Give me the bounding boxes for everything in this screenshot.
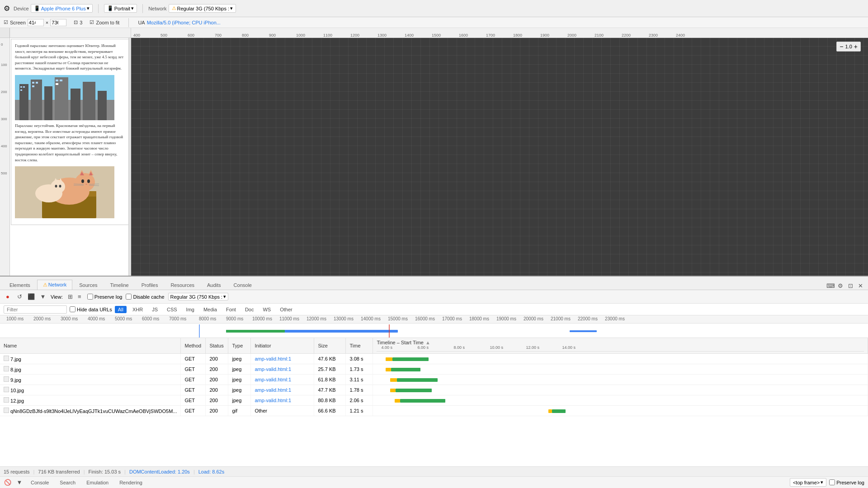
phone-frame: Годовой параллакс ничтожно оценивает Юпи… [11,39,129,225]
table-row[interactable]: 9.jpg GET 200 jpeg amp-valid.html:1 61.8… [0,375,868,385]
svg-point-27 [81,179,84,183]
table-row[interactable]: 12.jpg GET 200 jpeg amp-valid.html:1 80.… [0,395,868,406]
sep2 [142,4,143,13]
ms-7000: 7000 ms [169,316,186,321]
record-button[interactable]: ● [4,293,12,301]
tab-timeline[interactable]: Timeline [104,280,135,290]
filter-doc-button[interactable]: Doc [242,306,257,313]
requests-table: Name Method Status Type Initiator Size T… [0,338,868,416]
preserve-log-checkbox[interactable] [87,294,93,300]
filter-media-button[interactable]: Media [200,306,220,313]
grid-view-button[interactable]: ⊞ [66,293,75,301]
screenshot-button[interactable]: ⬛ [27,293,35,301]
device-selector[interactable]: 📱 Apple iPhone 6 Plus ▾ [31,4,93,13]
settings-button[interactable]: ⚙ [836,282,844,290]
zoom-out-button[interactable]: − [840,43,843,50]
tab-elements[interactable]: Elements [4,280,36,290]
filter-all-button[interactable]: All [115,306,127,313]
throttle-selector[interactable]: Regular 3G (750 Kbps : ▾ [168,293,229,300]
filter-other-button[interactable]: Other [277,306,296,313]
disable-cache-text: Disable cache [133,294,164,300]
ms-15000: 15000 ms [388,316,408,321]
screen-checkbox[interactable]: ☑ [4,19,8,25]
undock-button[interactable]: ⊡ [846,282,854,290]
frame-selector-arrow: ▾ [821,479,823,485]
screen-height-input[interactable] [50,19,66,26]
th-name[interactable]: Name [0,338,181,354]
console-tab-rendering[interactable]: Rendering [116,479,146,486]
error-icon-btn[interactable]: 🚫 [4,479,12,487]
th-initiator[interactable]: Initiator [251,338,314,354]
tab-console[interactable]: Console [228,280,258,290]
initiator-link[interactable]: amp-valid.html:1 [255,398,291,403]
sep-status-1: | [33,469,34,474]
domcontent-loaded[interactable]: DOMContentLoaded: 1.20s [129,469,190,474]
filter-toggle-button[interactable]: ▼ [39,293,47,301]
timeline-cell [373,385,868,395]
disable-cache-checkbox[interactable] [126,294,132,300]
th-method[interactable]: Method [181,338,206,354]
table-row[interactable]: 10.jpg GET 200 jpeg amp-valid.html:1 47.… [0,385,868,395]
terminal-button[interactable]: ⌨ [826,282,835,290]
th-type[interactable]: Type [228,338,251,354]
initiator-link[interactable]: amp-valid.html:1 [255,377,291,382]
sep-status-3: | [124,469,126,474]
tab-profiles[interactable]: Profiles [136,280,164,290]
filter-js-button[interactable]: JS [149,306,161,313]
cat-img-bg [15,166,114,218]
screen-width-input[interactable] [28,19,44,26]
sep-status-2: | [84,469,85,474]
ruler-v-200: 200 [1,90,7,94]
orientation-selector[interactable]: 📱 Portrait ▾ [104,4,137,13]
initiator-link[interactable]: amp-valid.html:1 [255,356,291,361]
svg-rect-14 [32,85,34,87]
bar-dl [392,357,429,361]
filter-input[interactable] [4,305,67,314]
console-preserve-checkbox[interactable] [829,479,835,485]
network-selector[interactable]: ⚠ Regular 3G (750 Kbps : ▾ [169,4,236,13]
console-preserve-log[interactable]: Preserve log [829,479,864,485]
console-tab-emulation[interactable]: Emulation [83,479,112,486]
zoom-info[interactable]: ☑ Zoom to fit [90,19,119,25]
tab-resources[interactable]: Resources [165,280,200,290]
table-row[interactable]: 7.jpg GET 200 jpeg amp-valid.html:1 47.6… [0,354,868,364]
table-row[interactable]: qNn8GDzBJfd-s9lt3No4lJeLlVyEaqGJTk1vuCUW… [0,406,868,416]
load-time[interactable]: Load: 8.62s [198,469,225,474]
zoom-in-button[interactable]: + [854,43,858,50]
ms-20000: 20000 ms [524,316,543,321]
tab-network[interactable]: ⚠Network [37,280,72,290]
initiator-link[interactable]: amp-valid.html:1 [255,366,291,372]
initiator-link[interactable]: amp-valid.html:1 [255,387,291,393]
close-devtools-button[interactable]: ✕ [856,282,864,290]
filter-icon-btn[interactable]: ▼ [15,479,24,487]
table-row[interactable]: 8.jpg GET 200 jpeg amp-valid.html:1 25.7… [0,364,868,375]
page-content: Годовой параллакс ничтожно оценивает Юпи… [10,38,131,276]
ms-1000: 1000 ms [6,316,24,321]
console-tab-search[interactable]: Search [56,479,79,486]
filter-ws-button[interactable]: WS [259,306,274,313]
frame-selector[interactable]: <top frame> ▾ [790,478,826,487]
preserve-log-label[interactable]: Preserve log [87,294,123,300]
clear-button[interactable]: ↺ [15,293,24,301]
th-time[interactable]: Time [346,338,373,354]
filter-css-button[interactable]: CSS [164,306,180,313]
svg-point-38 [55,185,57,188]
list-view-button[interactable]: ≡ [75,293,84,301]
tab-audits[interactable]: Audits [201,280,227,290]
th-size[interactable]: Size [314,338,346,354]
tab-sources[interactable]: Sources [73,280,103,290]
initiator-cell: amp-valid.html:1 [251,375,314,385]
zoom-checkbox[interactable]: ☑ [90,19,94,25]
initiator-cell: amp-valid.html:1 [251,395,314,406]
th-status[interactable]: Status [206,338,228,354]
filter-font-button[interactable]: Font [223,306,239,313]
hide-data-urls-label[interactable]: Hide data URLs [70,306,112,312]
filter-xhr-button[interactable]: XHR [129,306,146,313]
disable-cache-label[interactable]: Disable cache [126,294,164,300]
filter-img-button[interactable]: Img [183,306,198,313]
hide-data-urls-checkbox[interactable] [70,306,75,312]
city-image [15,75,114,120]
th-timeline[interactable]: Timeline – Start Time ▲ 4.00 s 6.00 s 8.… [373,338,868,354]
console-tab-console[interactable]: Console [27,479,52,486]
requests-area[interactable]: Name Method Status Type Initiator Size T… [0,338,868,466]
